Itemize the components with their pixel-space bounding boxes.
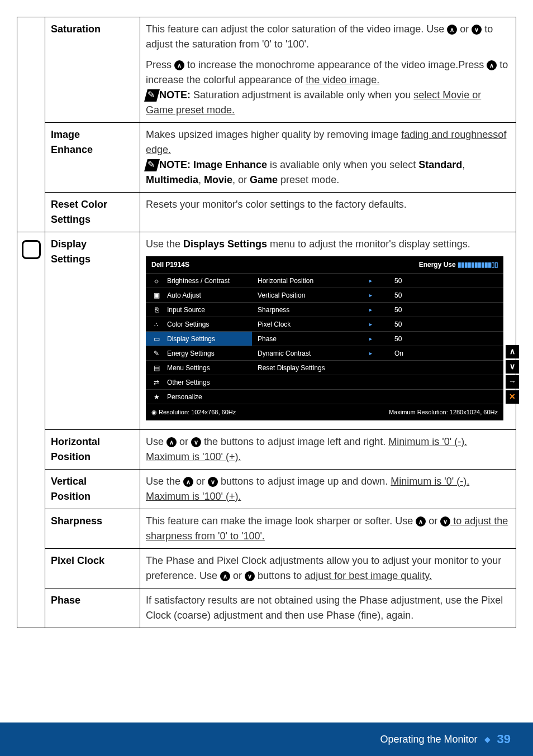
osd-item-label: Brightness / Contrast [167, 276, 230, 286]
up-icon: ∧ [220, 571, 230, 581]
osd-right-item[interactable]: Sharpness▸50 [252, 302, 503, 317]
footer-diamond-icon: ◆ [484, 735, 491, 744]
osd-arrow-icon: ▸ [369, 349, 372, 357]
osd-param-value: 50 [394, 319, 411, 329]
osd-item-icon: ▤ [151, 363, 161, 372]
osd-left-item[interactable]: ✎Energy Settings [146, 346, 252, 360]
icon-cell-display [17, 232, 45, 628]
osd-item-label: Auto Adjust [167, 290, 201, 300]
up-icon: ∧ [174, 60, 184, 70]
osd-right-item[interactable]: Horizontal Position▸50 [252, 273, 503, 288]
icon-cell-blank [17, 17, 45, 232]
osd-right-item[interactable]: Pixel Clock▸50 [252, 317, 503, 331]
osd-param-label: Dynamic Contrast [258, 348, 347, 358]
footer-page-number: 39 [497, 732, 511, 747]
row-desc-phase: If satisfactory results are not obtained… [140, 588, 516, 628]
osd-title: Dell P1914S [151, 260, 189, 270]
osd-right-item[interactable]: Vertical Position▸50 [252, 288, 503, 302]
row-label-pixel-clock: Pixel Clock [45, 548, 140, 588]
osd-footer-left: ◉ Resolution: 1024x768, 60Hz [151, 408, 236, 417]
osd-item-icon: ☼ [151, 276, 161, 285]
osd-item-icon: ⇄ [151, 378, 161, 387]
osd-left-item[interactable]: ★Personalize [146, 389, 252, 404]
osd-right-item[interactable]: Dynamic Contrast▸On [252, 346, 503, 360]
row-desc-horizontal: Use ∧ or ∨ the buttons to adjust image l… [140, 429, 516, 469]
osd-param-value: 50 [394, 290, 411, 300]
osd-item-label: Energy Settings [167, 348, 215, 358]
osd-item-label: Input Source [167, 305, 205, 315]
osd-item-icon: ★ [151, 393, 161, 401]
osd-param-label: Pixel Clock [258, 319, 347, 329]
osd-item-icon: ∴ [151, 320, 161, 329]
row-label-horizontal: HorizontalPosition [45, 429, 140, 469]
osd-menu: Dell P1914S Energy Use ▮▮▮▮▮▮▮▮▮▮▯▯ ☼Bri… [146, 256, 503, 420]
osd-right-item[interactable]: Phase▸50 [252, 331, 503, 346]
row-label-phase: Phase [45, 588, 140, 628]
note-icon [144, 89, 160, 102]
osd-arrow-icon: ▸ [369, 320, 372, 328]
osd-param-value: On [394, 348, 411, 358]
osd-left-item[interactable]: ▤Menu Settings [146, 360, 252, 375]
osd-footer-right: Maximum Resolution: 1280x1024, 60Hz [389, 408, 498, 417]
row-desc-saturation: This feature can adjust the color satura… [140, 17, 516, 123]
osd-nav-enter-button[interactable]: → [506, 375, 519, 389]
osd-item-label: Other Settings [167, 377, 210, 387]
down-icon: ∨ [208, 477, 218, 487]
note-icon [144, 159, 160, 171]
osd-param-label: Horizontal Position [258, 276, 347, 286]
row-desc-vertical: Use the ∧ or ∨ buttons to adjust image u… [140, 469, 516, 509]
up-icon: ∧ [447, 25, 457, 35]
down-icon: ∨ [245, 571, 255, 581]
osd-left-pane: ☼Brightness / Contrast▣Auto Adjust⎘Input… [146, 273, 252, 404]
osd-nav-down-button[interactable]: ∨ [506, 360, 519, 374]
osd-left-item[interactable]: ⇄Other Settings [146, 375, 252, 389]
osd-nav-close-button[interactable]: ✕ [506, 390, 519, 404]
osd-side-buttons: ∧∨→✕ [506, 345, 519, 404]
row-label-reset-color: Reset ColorSettings [45, 193, 140, 232]
osd-arrow-icon: ▸ [369, 276, 372, 285]
osd-left-item[interactable]: ☼Brightness / Contrast [146, 273, 252, 288]
up-icon: ∧ [183, 477, 193, 487]
down-icon: ∨ [191, 437, 201, 447]
row-label-image-enhance: ImageEnhance [45, 123, 140, 193]
osd-param-label: Sharpness [258, 305, 347, 315]
osd-param-label: Vertical Position [258, 290, 347, 300]
page-footer: Operating the Monitor ◆ 39 [0, 722, 533, 756]
osd-left-item[interactable]: ∴Color Settings [146, 317, 252, 331]
osd-item-icon: ⎘ [151, 305, 161, 314]
osd-item-label: Display Settings [167, 334, 215, 344]
osd-left-item[interactable]: ▣Auto Adjust [146, 288, 252, 302]
osd-nav-up-button[interactable]: ∧ [506, 345, 519, 358]
down-icon: ∨ [472, 25, 482, 35]
osd-arrow-icon: ▸ [369, 305, 372, 314]
osd-right-item[interactable]: Reset Display Settings [252, 360, 503, 375]
display-icon [22, 240, 41, 259]
row-label-saturation: Saturation [45, 17, 140, 123]
osd-item-label: Color Settings [167, 319, 209, 329]
row-label-sharpness: Sharpness [45, 509, 140, 548]
osd-arrow-icon: ▸ [369, 334, 372, 343]
row-desc-pixel-clock: The Phase and Pixel Clock adjustments al… [140, 548, 516, 588]
row-label-vertical: VerticalPosition [45, 469, 140, 509]
row-desc-image-enhance: Makes upsized images higher quality by r… [140, 123, 516, 193]
osd-item-label: Menu Settings [167, 363, 210, 373]
row-desc-reset-color: Resets your monitor's color settings to … [140, 193, 516, 232]
settings-table: Saturation This feature can adjust the c… [17, 17, 516, 628]
up-icon: ∧ [166, 437, 177, 447]
osd-param-value: 50 [394, 305, 411, 315]
osd-left-item[interactable]: ⎘Input Source [146, 302, 252, 317]
osd-item-label: Personalize [167, 392, 202, 402]
down-icon: ∨ [440, 516, 450, 527]
osd-param-value: 50 [394, 276, 411, 286]
row-desc-sharpness: This feature can make the image look sha… [140, 509, 516, 548]
osd-item-icon: ▣ [151, 291, 161, 300]
osd-arrow-icon: ▸ [369, 291, 372, 299]
osd-item-icon: ▭ [151, 334, 161, 343]
footer-section: Operating the Monitor [380, 734, 477, 745]
osd-right-item [252, 375, 503, 389]
osd-left-item[interactable]: ▭Display Settings [146, 331, 252, 346]
osd-right-pane: Horizontal Position▸50Vertical Position▸… [252, 273, 503, 404]
osd-param-label: Reset Display Settings [258, 363, 347, 373]
up-icon: ∧ [487, 60, 497, 70]
row-desc-display: Use the Displays Settings menu to adjust… [140, 232, 516, 430]
